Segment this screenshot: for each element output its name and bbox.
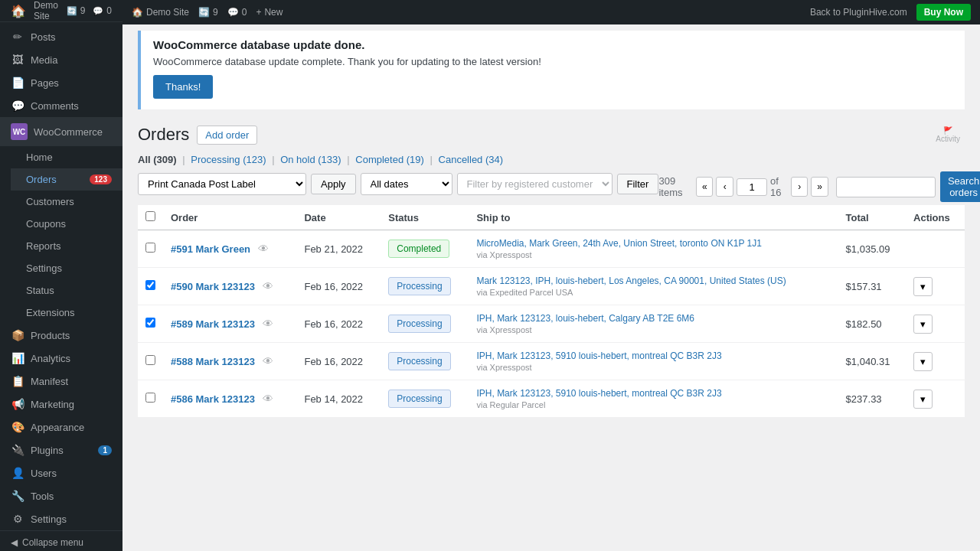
sidebar-item-coupons[interactable]: Coupons: [11, 213, 122, 235]
sidebar-item-settings[interactable]: Settings: [11, 257, 122, 279]
status-badge: Processing: [388, 277, 450, 295]
tab-processing[interactable]: Processing (123): [191, 154, 266, 165]
select-all-checkbox[interactable]: [145, 211, 155, 221]
status-header: Status: [381, 205, 469, 230]
sidebar-item-media[interactable]: 🖼 Media: [0, 48, 122, 71]
order-link-589[interactable]: #589 Mark 123123: [171, 318, 255, 330]
ship-to-via: via Xpresspost: [476, 363, 830, 372]
order-cell: #589 Mark 123123 👁: [163, 305, 296, 343]
bulk-action-select[interactable]: Print Canada Post Label: [138, 173, 306, 195]
admin-bar-comments[interactable]: 💬 0: [227, 7, 247, 18]
order-date: Feb 16, 2022: [304, 356, 363, 367]
sidebar-item-marketing[interactable]: 📢 Marketing: [0, 393, 122, 416]
row-checkbox-cell: [138, 305, 163, 343]
ship-to-cell: IPH, Mark 123123, 5910 louis-hebert, mon…: [469, 380, 838, 418]
customer-filter[interactable]: Filter by registered customer: [457, 173, 612, 195]
sidebar-item-orders[interactable]: Orders 123: [11, 168, 122, 191]
collapse-menu[interactable]: ◀ Collapse menu: [0, 530, 122, 551]
actions-header: Actions: [906, 205, 965, 230]
order-cell: #590 Mark 123123 👁: [163, 268, 296, 305]
row-checkbox-589[interactable]: [145, 318, 155, 328]
sidebar-item-tools[interactable]: 🔧 Tools: [0, 484, 122, 507]
total-cell: $1,035.09: [838, 230, 906, 268]
order-link-591[interactable]: #591 Mark Green: [171, 243, 250, 255]
total-cell: $182.50: [838, 305, 906, 343]
sidebar-item-customers[interactable]: Customers: [11, 191, 122, 213]
action-button-590[interactable]: ▾: [913, 277, 933, 296]
wp-logo[interactable]: 🏠: [11, 4, 26, 18]
updates-count[interactable]: 🔄 9: [67, 5, 86, 16]
prev-page-button[interactable]: ‹: [716, 177, 733, 197]
apply-button[interactable]: Apply: [311, 174, 356, 194]
filter-tabs: All (309) | Processing (123) | On hold (…: [138, 154, 965, 165]
sidebar-item-products[interactable]: 📦 Products: [0, 324, 122, 347]
products-icon: 📦: [11, 329, 24, 341]
search-orders-button[interactable]: Search orders: [940, 171, 980, 202]
first-page-button[interactable]: «: [696, 177, 714, 197]
sidebar-item-home[interactable]: Home: [11, 146, 122, 168]
select-all-header: [138, 205, 163, 230]
sidebar-item-pages[interactable]: 📄 Pages: [0, 71, 122, 94]
sidebar-item-reports[interactable]: Reports: [11, 235, 122, 257]
date-header: Date: [296, 205, 381, 230]
page-content: WooCommerce database update done. WooCom…: [122, 24, 980, 551]
sidebar-item-analytics[interactable]: 📊 Analytics: [0, 347, 122, 370]
add-order-button[interactable]: Add order: [197, 126, 257, 145]
order-total: $237.33: [846, 393, 882, 405]
thanks-button[interactable]: Thanks!: [153, 75, 213, 99]
plugins-icon: 🔌: [11, 444, 24, 456]
sidebar-item-settings-main[interactable]: ⚙ Settings: [0, 507, 122, 530]
action-button-586[interactable]: ▾: [913, 390, 933, 409]
sidebar-item-extensions[interactable]: Extensions: [11, 302, 122, 324]
admin-bar-site[interactable]: 🏠 Demo Site: [132, 7, 189, 18]
row-checkbox-588[interactable]: [145, 355, 155, 365]
ship-to-address: MicroMedia, Mark Green, 24th Ave, Union …: [476, 238, 830, 249]
sidebar-item-plugins[interactable]: 🔌 Plugins 1: [0, 439, 122, 461]
manifest-icon: 📋: [11, 375, 24, 387]
next-page-button[interactable]: ›: [791, 177, 808, 197]
order-total: $157.31: [846, 281, 882, 292]
ship-to-via: via Expedited Parcel USA: [476, 288, 830, 297]
tab-completed[interactable]: Completed (19): [355, 154, 424, 165]
order-link-590[interactable]: #590 Mark 123123: [171, 281, 255, 292]
sidebar-item-manifest[interactable]: 📋 Manifest: [0, 370, 122, 393]
order-date: Feb 21, 2022: [304, 243, 363, 255]
back-to-pluginhive[interactable]: Back to PluginHive.com: [810, 7, 907, 18]
search-orders-input[interactable]: [836, 177, 936, 197]
sidebar-item-posts[interactable]: ✏ Posts: [0, 25, 122, 48]
tab-all[interactable]: All (309): [138, 154, 177, 165]
last-page-button[interactable]: »: [811, 177, 828, 197]
dates-filter[interactable]: All dates: [361, 173, 452, 195]
sidebar-item-appearance[interactable]: 🎨 Appearance: [0, 416, 122, 439]
action-button-588[interactable]: ▾: [913, 352, 933, 371]
orders-header: Orders Add order 🚩 Activity: [138, 122, 965, 148]
sidebar-item-status[interactable]: Status: [11, 279, 122, 302]
analytics-icon: 📊: [11, 352, 24, 364]
page-number-input[interactable]: [737, 178, 767, 196]
activity-button[interactable]: 🚩 Activity: [931, 122, 965, 148]
status-badge: Processing: [388, 315, 450, 333]
sidebar-item-users[interactable]: 👤 Users: [0, 461, 122, 484]
row-checkbox-586[interactable]: [145, 393, 155, 403]
orders-badge: 123: [90, 174, 112, 184]
order-link-586[interactable]: #586 Mark 123123: [171, 393, 255, 405]
date-cell: Feb 14, 2022: [296, 380, 381, 418]
admin-bar-updates[interactable]: 🔄 9: [198, 7, 218, 18]
buy-now-button[interactable]: Buy Now: [916, 4, 971, 21]
status-badge: Processing: [388, 352, 450, 370]
action-button-589[interactable]: ▾: [913, 315, 933, 334]
order-date: Feb 16, 2022: [304, 318, 363, 330]
row-checkbox-590[interactable]: [145, 280, 155, 290]
tab-onhold[interactable]: On hold (133): [280, 154, 341, 165]
sidebar-woocommerce[interactable]: WC WooCommerce: [0, 117, 122, 146]
comments-count[interactable]: 💬 0: [93, 5, 112, 16]
tab-cancelled[interactable]: Cancelled (34): [439, 154, 504, 165]
site-name[interactable]: Demo Site: [34, 0, 59, 21]
sidebar-item-comments[interactable]: 💬 Comments: [0, 94, 122, 117]
filter-button[interactable]: Filter: [617, 174, 659, 194]
sidebar-nav: ✏ Posts 🖼 Media 📄 Pages 💬 Comments WC Wo…: [0, 22, 122, 530]
table-row: #590 Mark 123123 👁 Feb 16, 2022 Processi…: [138, 268, 965, 305]
row-checkbox-591[interactable]: [145, 243, 155, 253]
order-link-588[interactable]: #588 Mark 123123: [171, 356, 255, 367]
admin-bar-new[interactable]: + New: [256, 7, 283, 18]
